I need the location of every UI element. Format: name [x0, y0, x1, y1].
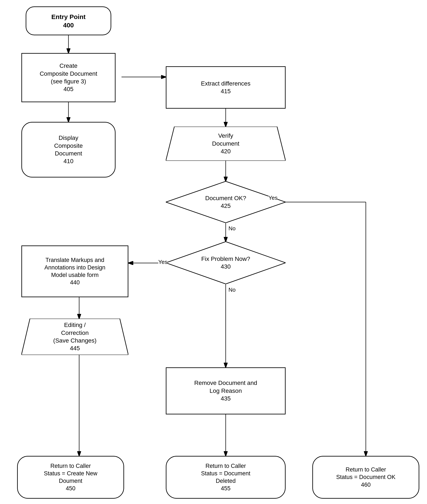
no-label-docok: No — [229, 225, 236, 232]
remove-document-label: Remove Document and Log Reason 435 — [194, 379, 257, 402]
translate-markups-node: Translate Markups and Annotations into D… — [21, 246, 128, 297]
return-new-label: Return to Caller Status = Create New Dou… — [44, 462, 97, 492]
return-new-node: Return to Caller Status = Create New Dou… — [17, 456, 124, 499]
return-ok-node: Return to Caller Status = Document OK 46… — [312, 456, 419, 499]
return-deleted-label: Return to Caller Status = Document Delet… — [201, 462, 250, 492]
verify-document-node: Verify Document 420 — [166, 127, 286, 161]
create-composite-node: Create Composite Document (see figure 3)… — [21, 53, 115, 102]
document-ok-node: Document OK? 425 — [166, 181, 286, 223]
extract-differences-node: Extract differences 415 — [166, 66, 286, 109]
translate-markups-label: Translate Markups and Annotations into D… — [44, 256, 105, 286]
display-composite-label: Display Composite Document 410 — [54, 134, 83, 165]
editing-correction-node: Editing / Correction (Save Changes) 445 — [21, 319, 128, 355]
no-label-fix: No — [229, 286, 236, 293]
entry-point-label: Entry Point 400 — [51, 13, 86, 29]
return-deleted-node: Return to Caller Status = Document Delet… — [166, 456, 286, 499]
yes-label-docok: Yes — [268, 195, 277, 201]
create-composite-label: Create Composite Document (see figure 3)… — [39, 62, 97, 93]
yes-label-fix: Yes — [158, 259, 167, 265]
flowchart: Entry Point 400 Create Composite Documen… — [0, 0, 427, 504]
fix-problem-node: Fix Problem Now? 430 — [166, 242, 286, 284]
return-ok-label: Return to Caller Status = Document OK 46… — [336, 466, 396, 488]
remove-document-node: Remove Document and Log Reason 435 — [166, 367, 286, 414]
display-composite-node: Display Composite Document 410 — [21, 122, 115, 178]
entry-point-node: Entry Point 400 — [26, 7, 111, 35]
extract-differences-label: Extract differences 415 — [201, 80, 250, 95]
